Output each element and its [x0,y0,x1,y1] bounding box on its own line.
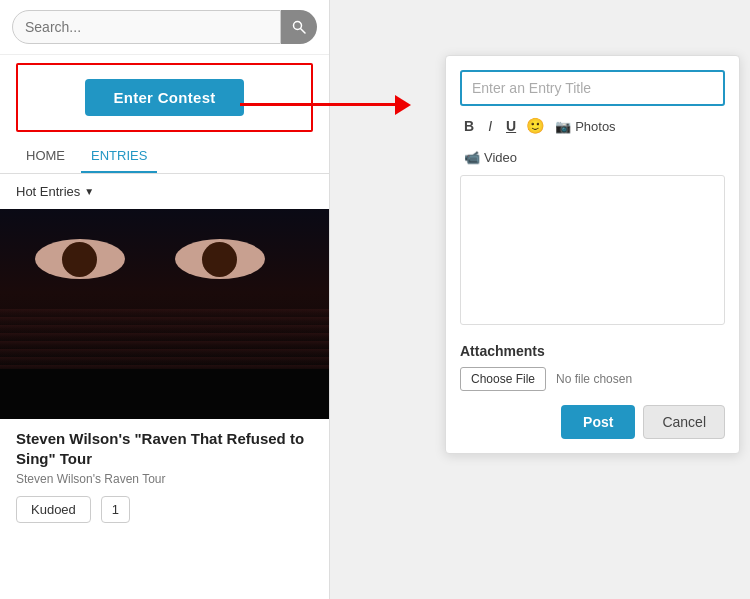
search-bar [0,0,329,55]
file-input-row: Choose File No file chosen [460,367,725,391]
svg-line-1 [301,29,306,34]
enter-contest-button[interactable]: Enter Contest [85,79,243,116]
entry-title-input[interactable] [460,70,725,106]
entry-title: Steven Wilson's "Raven That Refused to S… [16,429,313,468]
nav-tabs: HOME ENTRIES [0,140,329,174]
chevron-down-icon: ▼ [84,186,94,197]
entry-image [0,209,329,419]
tab-entries[interactable]: ENTRIES [81,140,157,173]
editor-toolbar: B I U 🙂 📷 Photos [460,116,725,142]
video-icon: 📹 [464,150,480,165]
form-actions: Post Cancel [460,405,725,439]
search-input[interactable] [12,10,281,44]
photos-button[interactable]: 📷 Photos [551,117,619,136]
camera-icon: 📷 [555,119,571,134]
search-icon [292,20,306,34]
tab-home[interactable]: HOME [16,140,75,173]
entry-card: Steven Wilson's "Raven That Refused to S… [0,209,329,533]
video-button[interactable]: 📹 Video [460,148,521,167]
post-button[interactable]: Post [561,405,635,439]
underline-button[interactable]: U [502,116,520,136]
entry-actions: Kudoed 1 [16,496,313,523]
entry-form: B I U 🙂 📷 Photos 📹 Video Attachments Cho… [445,55,740,454]
attachments-heading: Attachments [460,343,725,359]
entry-info: Steven Wilson's "Raven That Refused to S… [0,419,329,533]
photos-label: Photos [575,119,615,134]
video-label: Video [484,150,517,165]
kudoed-button[interactable]: Kudoed [16,496,91,523]
emoji-button[interactable]: 🙂 [526,117,545,135]
cancel-button[interactable]: Cancel [643,405,725,439]
kudo-count: 1 [101,496,130,523]
search-button[interactable] [281,10,317,44]
no-file-text: No file chosen [556,372,632,386]
choose-file-button[interactable]: Choose File [460,367,546,391]
content-textarea[interactable] [460,175,725,325]
entry-subtitle: Steven Wilson's Raven Tour [16,472,313,486]
hot-entries-filter[interactable]: Hot Entries ▼ [0,174,329,209]
bold-button[interactable]: B [460,116,478,136]
arrow [240,90,440,120]
hot-entries-label: Hot Entries [16,184,80,199]
italic-button[interactable]: I [484,116,496,136]
